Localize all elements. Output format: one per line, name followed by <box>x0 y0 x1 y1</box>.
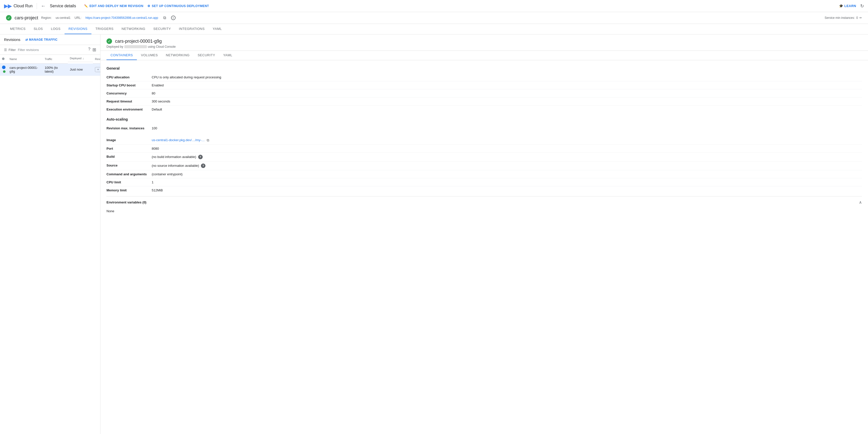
env-vars-collapse-icon[interactable]: ∧ <box>859 200 862 205</box>
detail-row-image: Image us-central1-docker.pkg.dev/…/my-… … <box>106 136 862 145</box>
copy-image-icon[interactable]: ⧉ <box>207 138 209 142</box>
deployed-by-user <box>124 45 147 48</box>
startup-cpu-label: Startup CPU boost <box>106 83 152 87</box>
detail-tab-yaml[interactable]: YAML <box>219 51 236 60</box>
detail-row-request-timeout: Request timeout 300 seconds <box>106 97 862 105</box>
filter-actions: ? ⊞ <box>88 47 96 53</box>
info-icon[interactable]: i <box>171 16 176 20</box>
cpu-limit-value: 1 <box>152 180 862 184</box>
service-name: cars-project <box>14 15 38 21</box>
tab-metrics[interactable]: METRICS <box>6 24 30 34</box>
add-tag-button[interactable]: + <box>95 67 100 72</box>
detail-row-cmd-args: Command and arguments (container entrypo… <box>106 170 862 178</box>
service-status-icon: ✓ <box>6 15 11 21</box>
image-section: Image us-central1-docker.pkg.dev/…/my-… … <box>106 136 862 194</box>
source-help-icon[interactable]: ? <box>201 163 206 168</box>
sort-desc-icon: ↓ <box>82 57 84 60</box>
detail-revision-name: cars-project-00001-g9g <box>115 39 162 44</box>
edit-deploy-button[interactable]: ✏️ EDIT AND DEPLOY NEW REVISION <box>84 4 144 8</box>
row-selector <box>2 66 5 69</box>
detail-tab-containers[interactable]: CONTAINERS <box>106 51 137 60</box>
brand-name: Cloud Run <box>13 4 33 8</box>
tab-security[interactable]: SECURITY <box>149 24 175 34</box>
detail-row-startup-cpu: Startup CPU boost Enabled <box>106 82 862 89</box>
exec-env-value: Default <box>152 107 862 111</box>
image-link[interactable]: us-central1-docker.pkg.dev/…/my-… <box>152 138 205 142</box>
row-selector-cell <box>0 64 7 76</box>
top-bar-actions: ✏️ EDIT AND DEPLOY NEW REVISION ⚙ SET UP… <box>84 4 209 8</box>
service-url[interactable]: https://cars-project-704398562898.us-cen… <box>85 16 158 20</box>
filter-icon: ☰ <box>4 48 7 52</box>
tab-yaml[interactable]: YAML <box>209 24 226 34</box>
main-content: Revisions ⇄ MANAGE TRAFFIC ☰ Filter ? ⊞ <box>0 34 868 434</box>
manage-traffic-button[interactable]: ⇄ MANAGE TRAFFIC <box>25 38 58 41</box>
detail-tab-security[interactable]: SECURITY <box>194 51 219 60</box>
cloud-run-logo: ▶▶ <box>4 3 11 9</box>
revisions-table: Name Traffic Deployed ↓ Revision tags ? <box>0 55 100 76</box>
general-section: General CPU allocation CPU is only alloc… <box>106 66 862 113</box>
detail-row-source: Source (no source information available)… <box>106 161 862 170</box>
table-row[interactable]: cars-project-00001-g9g 100% (to latest) … <box>0 64 100 76</box>
cpu-alloc-label: CPU allocation <box>106 75 152 79</box>
deployed-by: Deployed by using Cloud Console <box>106 45 862 49</box>
filter-bar: ☰ Filter ? ⊞ <box>0 45 100 55</box>
url-label: URL: <box>74 16 82 20</box>
learn-button[interactable]: 🎓 LEARN <box>839 4 856 8</box>
detail-row-cpu-alloc: CPU allocation CPU is only allocated dur… <box>106 73 862 82</box>
main-tabs-bar: METRICS SLOS LOGS REVISIONS TRIGGERS NET… <box>0 24 868 34</box>
copy-url-button[interactable]: ⧉ <box>162 15 167 21</box>
row-deployed: Just now <box>68 64 93 76</box>
back-button[interactable]: ← <box>41 3 46 9</box>
row-revision-name: cars-project-00001-g9g <box>7 64 43 76</box>
build-label: Build <box>106 155 152 158</box>
service-meta: Region: us-central1 URL: https://cars-pr… <box>41 15 176 21</box>
revisions-panel: Revisions ⇄ MANAGE TRAFFIC ☰ Filter ? ⊞ <box>0 34 100 434</box>
revisions-title: Revisions <box>4 37 20 42</box>
cpu-alloc-value: CPU is only allocated during request pro… <box>152 75 862 79</box>
filter-label: ☰ Filter <box>4 48 16 52</box>
env-vars-section: Environment variables (0) ∧ None <box>106 196 862 215</box>
autoscaling-section-title: Auto-scaling <box>106 117 862 121</box>
detail-row-max-instances: Revision max. instances 100 <box>106 124 862 132</box>
detail-row-cpu-limit: CPU limit 1 <box>106 178 862 186</box>
detail-tab-volumes[interactable]: VOLUMES <box>137 51 162 60</box>
image-label: Image <box>106 138 152 142</box>
concurrency-label: Concurrency <box>106 91 152 95</box>
edit-icon: ✏️ <box>84 4 88 8</box>
th-traffic: Traffic <box>43 55 68 64</box>
filter-input[interactable] <box>18 48 86 52</box>
region-label: Region: <box>41 16 52 20</box>
refresh-button[interactable]: ↻ <box>860 3 864 9</box>
source-value: (no source information available) ? <box>152 163 862 168</box>
startup-cpu-value: Enabled <box>152 83 862 87</box>
columns-icon[interactable]: ⊞ <box>92 47 96 53</box>
memory-limit-value: 512MiB <box>152 188 862 192</box>
row-traffic: 100% (to latest) <box>43 64 68 76</box>
build-help-icon[interactable]: ? <box>198 155 203 159</box>
detail-tabs-bar: CONTAINERS VOLUMES NETWORKING SECURITY Y… <box>100 51 868 60</box>
edit-min-instances-icon[interactable]: ✏ <box>860 16 862 20</box>
th-name[interactable]: Name <box>7 55 43 64</box>
tab-revisions[interactable]: REVISIONS <box>65 24 91 34</box>
tab-networking[interactable]: NETWORKING <box>118 24 149 34</box>
env-vars-header[interactable]: Environment variables (0) ∧ <box>106 197 862 207</box>
autoscaling-section: Auto-scaling Revision max. instances 100 <box>106 117 862 132</box>
min-instances-value: 0 <box>856 16 858 20</box>
max-instances-label: Revision max. instances <box>106 126 152 130</box>
tab-logs[interactable]: LOGS <box>47 24 65 34</box>
tab-integrations[interactable]: INTEGRATIONS <box>175 24 209 34</box>
row-tags: + <box>93 64 100 76</box>
tab-slos[interactable]: SLOS <box>30 24 47 34</box>
cicd-icon: ⚙ <box>148 4 150 8</box>
tab-triggers[interactable]: TRIGGERS <box>91 24 118 34</box>
divider <box>37 3 37 9</box>
request-timeout-value: 300 seconds <box>152 99 862 103</box>
detail-tab-networking[interactable]: NETWORKING <box>162 51 194 60</box>
th-deployed[interactable]: Deployed ↓ <box>68 55 93 62</box>
filter-help-icon[interactable]: ? <box>88 47 90 53</box>
concurrency-value: 80 <box>152 91 862 95</box>
cpu-limit-label: CPU limit <box>106 180 152 184</box>
build-value: (no build information available) ? <box>152 155 862 159</box>
env-vars-value: None <box>106 209 862 213</box>
cicd-button[interactable]: ⚙ SET UP CONTINUOUS DEPLOYMENT <box>148 4 209 8</box>
